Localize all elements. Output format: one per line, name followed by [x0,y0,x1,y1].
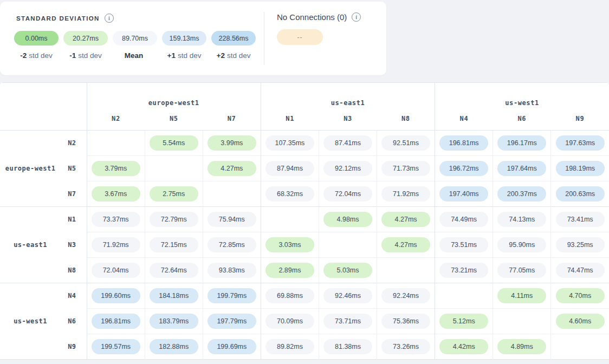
node-row-label: N4 [61,283,87,309]
latency-cell: 199.57ms [87,334,145,360]
latency-pill: 77.05ms [497,263,546,278]
node-column-header: N6 [493,108,551,131]
latency-cell [261,207,319,232]
latency-cell: 81.38ms [319,334,377,360]
latency-cell: 183.79ms [145,309,203,334]
latency-cell: 92.12ms [319,156,377,181]
std-dev-info-icon[interactable]: i [105,14,114,23]
latency-pill: 2.89ms [265,263,314,278]
latency-cell [319,232,377,258]
latency-cell: 4.11ms [493,283,551,309]
legend-pill-label: +2std dev [211,51,256,60]
latency-cell: 197.79ms [203,309,261,334]
latency-cell: 75.36ms [377,309,435,334]
latency-pill: 199.69ms [208,339,256,354]
latency-cell: 4.89ms [493,334,551,360]
latency-pill: 3.79ms [92,161,140,176]
latency-cell: 4.42ms [435,334,493,360]
no-connections-legend: No Connections (0) i -- [264,2,361,75]
no-connections-pill: -- [277,29,323,45]
latency-cell: 72.04ms [87,258,145,283]
latency-pill: 73.71ms [323,314,372,329]
legend-pill: 228.56ms [211,31,256,46]
latency-pill: 199.79ms [208,288,256,303]
node-row-label: N6 [61,309,87,334]
std-dev-title: STANDARD DEVIATION [16,15,100,22]
latency-pill: 72.04ms [323,186,372,202]
latency-pill: 4.42ms [439,339,488,354]
latency-pill: 73.26ms [381,339,430,354]
latency-cell: 73.37ms [87,207,145,232]
column-group-header: europe-west1 [87,83,261,108]
latency-pill: 5.12ms [439,314,488,329]
latency-pill: 73.21ms [439,263,488,278]
latency-pill: 89.82ms [265,339,314,354]
latency-cell: 4.60ms [551,309,609,334]
latency-cell: 70.09ms [261,309,319,334]
latency-cell: 74.49ms [435,207,493,232]
legend-pill-label: Mean [113,51,157,60]
latency-cell: 73.21ms [435,258,493,283]
latency-cell: 72.15ms [145,232,203,258]
latency-matrix: europe-west1 us-east1 us-west1 N2 N5 N7 … [0,82,609,360]
corner-cell [0,83,87,131]
legend-pill-label: -1std dev [63,51,108,60]
latency-pill: 4.27ms [381,212,430,227]
latency-cell: 197.40ms [435,181,493,207]
latency-pill: 197.64ms [497,161,546,176]
latency-matrix-wrap: europe-west1 us-east1 us-west1 N2 N5 N7 … [0,82,609,360]
latency-cell [87,131,145,156]
latency-pill: 74.47ms [556,263,605,278]
latency-pill: 92.51ms [381,135,430,151]
latency-cell: 87.41ms [319,131,377,156]
latency-pill: 3.99ms [208,135,256,151]
latency-cell: 196.81ms [435,131,493,156]
node-column-header: N9 [551,108,609,131]
page: STANDARD DEVIATION i 0.00ms 20.27ms 89.7… [0,0,609,364]
latency-cell: 73.26ms [377,334,435,360]
latency-pill: 4.27ms [208,161,256,176]
node-column-header: N7 [203,108,261,131]
latency-cell: 197.63ms [551,131,609,156]
latency-pill: 74.13ms [497,212,546,227]
latency-pill: 92.24ms [381,288,430,303]
latency-cell [203,181,261,207]
latency-pill: 3.03ms [265,237,314,252]
latency-pill: 81.38ms [323,339,372,354]
node-row-label: N7 [61,181,87,207]
latency-cell: 197.64ms [493,156,551,181]
std-dev-pills: 0.00ms 20.27ms 89.70ms 159.13ms 228.56ms [14,31,264,46]
latency-cell: 72.85ms [203,232,261,258]
legend-pill-label: +1std dev [162,51,206,60]
latency-pill: 93.83ms [208,263,256,278]
latency-pill: 72.04ms [92,263,140,278]
latency-cell: 199.69ms [203,334,261,360]
legend-card: STANDARD DEVIATION i 0.00ms 20.27ms 89.7… [0,2,386,75]
node-column-header: N4 [435,108,493,131]
latency-cell [145,156,203,181]
latency-cell: 200.63ms [551,181,609,207]
node-column-header: N3 [319,108,377,131]
latency-pill: 183.79ms [150,314,198,329]
latency-pill: 4.27ms [381,237,430,252]
latency-cell: 95.90ms [493,232,551,258]
latency-pill: 75.94ms [208,212,256,227]
latency-pill: 71.92ms [381,186,430,202]
node-column-header: N8 [377,108,435,131]
latency-cell: 72.79ms [145,207,203,232]
latency-cell: 93.83ms [203,258,261,283]
latency-cell: 92.51ms [377,131,435,156]
node-row-label: N1 [61,207,87,232]
latency-cell: 4.70ms [551,283,609,309]
latency-pill: 73.51ms [439,237,488,252]
latency-cell: 196.81ms [87,309,145,334]
latency-cell: 196.17ms [493,131,551,156]
latency-cell [377,258,435,283]
latency-pill: 4.70ms [556,288,605,303]
legend-pill: 159.13ms [162,31,206,46]
latency-pill: 196.81ms [92,314,140,329]
node-row-label: N3 [61,232,87,258]
no-connections-info-icon[interactable]: i [352,12,361,22]
latency-pill: 182.88ms [150,339,198,354]
row-group-label: europe-west1 [0,131,61,207]
